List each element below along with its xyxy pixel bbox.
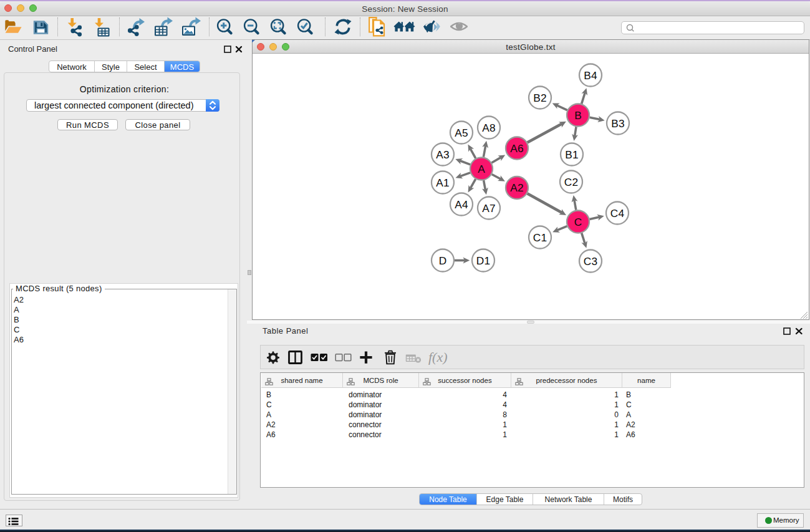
svg-text:C1: C1 (533, 231, 547, 243)
svg-text:C2: C2 (564, 175, 579, 188)
svg-text:D: D (439, 254, 447, 266)
svg-text:B3: B3 (611, 117, 625, 129)
svg-text:C: C (574, 215, 582, 228)
svg-text:B4: B4 (584, 69, 597, 81)
svg-text:A6: A6 (510, 142, 524, 154)
svg-text:D1: D1 (476, 254, 491, 266)
svg-text:A3: A3 (436, 148, 450, 160)
svg-text:C3: C3 (584, 254, 598, 267)
svg-text:C4: C4 (610, 206, 625, 219)
svg-text:A8: A8 (482, 121, 496, 133)
svg-text:A5: A5 (455, 126, 468, 138)
svg-text:A: A (478, 162, 485, 175)
svg-text:B2: B2 (533, 91, 547, 104)
svg-text:B: B (574, 109, 582, 121)
svg-text:A1: A1 (436, 176, 450, 188)
svg-text:A2: A2 (510, 181, 524, 194)
svg-text:A4: A4 (455, 198, 468, 210)
svg-text:A7: A7 (482, 201, 496, 214)
svg-text:B1: B1 (565, 148, 579, 160)
